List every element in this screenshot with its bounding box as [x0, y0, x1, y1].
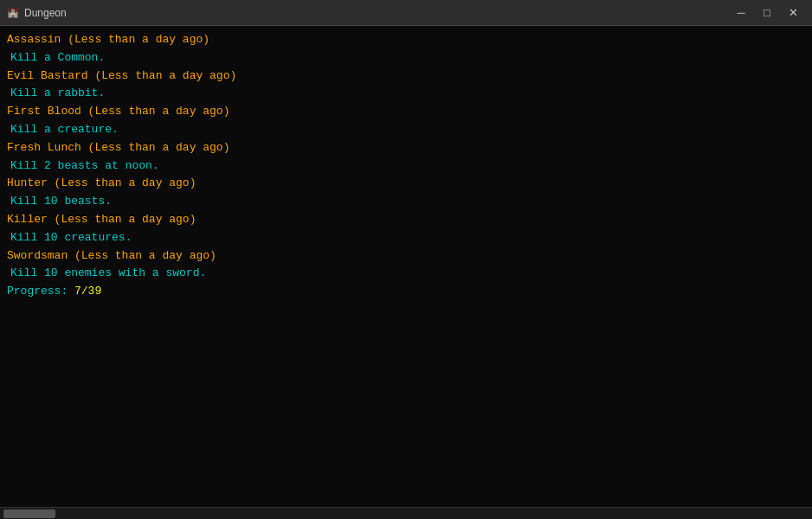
achievement-desc: Kill a rabbit. [7, 85, 805, 103]
progress-line: Progress: 7/39 [7, 283, 805, 301]
achievement-desc: Kill 10 enemies with a sword. [7, 265, 805, 283]
title-bar-left: 🏰 Dungeon [7, 7, 67, 19]
scrollbar[interactable] [0, 507, 812, 519]
scrollbar-thumb[interactable] [3, 509, 55, 518]
achievement-title: Killer (Less than a day ago) [7, 211, 805, 229]
title-bar: 🏰 Dungeon ─ □ ✕ [0, 0, 812, 26]
achievement-desc: Kill a Common. [7, 49, 805, 67]
achievement-desc: Kill 10 creatures. [7, 229, 805, 247]
achievement-title: Fresh Lunch (Less than a day ago) [7, 139, 805, 157]
close-button[interactable]: ✕ [781, 4, 805, 22]
maximize-button[interactable]: □ [755, 4, 779, 22]
progress-value: 7/39 [74, 285, 101, 298]
achievement-title: Hunter (Less than a day ago) [7, 175, 805, 193]
content-area: Assassin (Less than a day ago) Kill a Co… [0, 26, 812, 507]
window-controls: ─ □ ✕ [729, 4, 805, 22]
progress-label: Progress: [7, 285, 74, 298]
achievement-desc: Kill 10 beasts. [7, 193, 805, 211]
app-icon: 🏰 [7, 7, 19, 19]
achievement-title: Assassin (Less than a day ago) [7, 31, 805, 49]
achievement-title: First Blood (Less than a day ago) [7, 103, 805, 121]
achievements-list: Assassin (Less than a day ago) Kill a Co… [7, 31, 805, 283]
achievement-title: Evil Bastard (Less than a day ago) [7, 67, 805, 86]
window-title: Dungeon [24, 7, 67, 19]
achievement-desc: Kill 2 beasts at noon. [7, 157, 805, 176]
achievement-title: Swordsman (Less than a day ago) [7, 247, 805, 266]
achievement-desc: Kill a creature. [7, 121, 805, 139]
minimize-button[interactable]: ─ [729, 4, 753, 22]
